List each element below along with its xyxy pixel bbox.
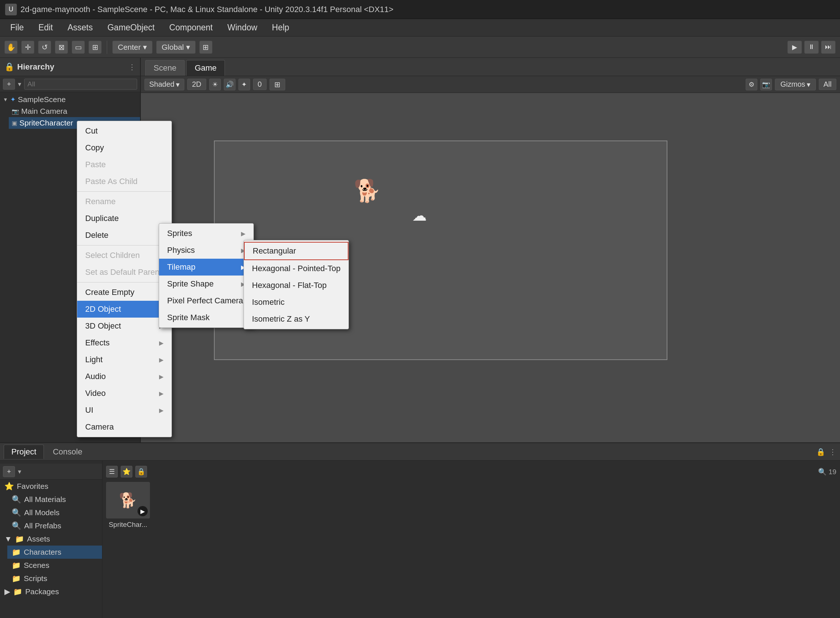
all-layers-btn[interactable]: All	[819, 79, 836, 90]
menu-help[interactable]: Help	[265, 21, 296, 35]
tab-console[interactable]: Console	[45, 445, 90, 459]
submenu-sprites[interactable]: Sprites ▶	[159, 225, 253, 242]
layers-btn[interactable]: 0	[253, 79, 267, 90]
hierarchy-search-input[interactable]	[24, 79, 137, 90]
view-toggle-icon[interactable]: ☰	[106, 466, 118, 477]
hierarchy-main-camera-label: Main Camera	[21, 107, 67, 116]
hand-tool[interactable]: ✋	[4, 41, 18, 54]
hierarchy-sample-scene[interactable]: ▼ ✦ SampleScene	[0, 94, 140, 105]
scene-tab-scene[interactable]: Scene	[145, 60, 185, 76]
project-main: ☰ ⭐ 🔒 🔍 19 🐕 ▶ SpriteChar...	[102, 461, 840, 618]
ctx-create-empty[interactable]: Create Empty	[77, 284, 172, 301]
ctx-delete[interactable]: Delete	[77, 227, 172, 244]
more-icon-bottom[interactable]: ⋮	[829, 447, 836, 456]
scale-tool[interactable]: ⊠	[55, 41, 68, 54]
scene-right-toolbar: ⚙ 📷 Gizmos ▾ All	[746, 79, 836, 91]
grid-btn[interactable]: ⊞	[270, 79, 285, 91]
hierarchy-header-icons: ⋮	[128, 62, 136, 71]
ctx-cut[interactable]: Cut	[77, 123, 172, 140]
menu-window[interactable]: Window	[221, 21, 264, 35]
folder-arrow-packages: ▶	[4, 587, 10, 596]
favorite-icon[interactable]: ⭐	[121, 466, 132, 477]
tilemap-isometric[interactable]: Isometric	[244, 294, 348, 310]
scene-tabs: Scene Game	[141, 58, 840, 76]
hierarchy-title: Hierarchy	[17, 62, 55, 72]
ctx-sep-2	[77, 245, 172, 245]
ctx-light[interactable]: Light ▶	[77, 351, 172, 368]
rotate-tool[interactable]: ↺	[38, 41, 51, 54]
cloud-sprite: ☁	[412, 207, 427, 224]
center-toggle[interactable]: Center ▾	[112, 41, 153, 54]
grid-toggle[interactable]: ⊞	[199, 41, 212, 54]
ctx-duplicate[interactable]: Duplicate	[77, 210, 172, 227]
hierarchy-add-btn[interactable]: +	[3, 79, 15, 90]
scene-icon: ✦	[10, 95, 16, 104]
folder-icon-assets: ▼	[4, 535, 12, 543]
favorites-folder[interactable]: ⭐ Favorites	[0, 480, 102, 493]
pause-button[interactable]: ⏸	[804, 41, 819, 54]
ctx-3d-object[interactable]: 3D Object ▶	[77, 318, 172, 334]
packages-folder[interactable]: ▶ 📁 Packages	[0, 585, 102, 598]
hexagonal-pointed-label: Hexagonal - Pointed-Top	[252, 264, 341, 273]
menu-gameobject[interactable]: GameObject	[101, 21, 161, 35]
ctx-effects[interactable]: Effects ▶	[77, 334, 172, 351]
tilemap-isometric-z[interactable]: Isometric Z as Y	[244, 310, 348, 327]
audio-icon[interactable]: 🔊	[224, 79, 236, 91]
asset-grid: 🐕 ▶ SpriteChar...	[106, 482, 836, 529]
hierarchy-lock-icon[interactable]: 🔒	[4, 62, 14, 72]
2d-mode-btn[interactable]: 2D	[187, 79, 206, 90]
tilemap-hexagonal-pointed[interactable]: Hexagonal - Pointed-Top	[244, 260, 348, 277]
menu-component[interactable]: Component	[163, 21, 219, 35]
lock-icon-project[interactable]: 🔒	[135, 466, 147, 477]
ctx-video[interactable]: Video ▶	[77, 385, 172, 402]
hierarchy-more-icon[interactable]: ⋮	[128, 62, 136, 71]
submenu-tilemap[interactable]: Tilemap ▶	[159, 259, 253, 276]
submenu-physics[interactable]: Physics ▶	[159, 242, 253, 259]
shading-mode-btn[interactable]: Shaded ▾	[144, 79, 184, 91]
hierarchy-main-camera[interactable]: 📷 Main Camera	[9, 105, 140, 117]
rect-tool[interactable]: ▭	[72, 41, 85, 54]
ctx-audio[interactable]: Audio ▶	[77, 368, 172, 385]
scene-camera-icon[interactable]: 📷	[760, 79, 772, 91]
submenu-arrow-video: ▶	[159, 390, 163, 397]
tab-project[interactable]: Project	[4, 444, 44, 459]
ctx-2d-object[interactable]: 2D Object ▶	[77, 301, 172, 318]
fx-icon[interactable]: ✦	[239, 79, 250, 91]
ctx-copy[interactable]: Copy	[77, 140, 172, 156]
transform-tool[interactable]: ⊞	[89, 41, 102, 54]
tilemap-rectangular[interactable]: Rectangular	[244, 242, 348, 260]
folder-icon-packages: 📁	[13, 587, 22, 596]
scripts-folder[interactable]: 📁 Scripts	[7, 572, 102, 585]
ctx-camera[interactable]: Camera	[77, 419, 172, 435]
submenu-arrow-sprites: ▶	[241, 230, 245, 237]
lock-icon-bottom[interactable]: 🔒	[816, 447, 825, 456]
assets-folder[interactable]: ▼ 📁 Assets	[0, 532, 102, 545]
submenu-sprite-mask[interactable]: Sprite Mask	[159, 309, 253, 326]
submenu-pixel-perfect-camera[interactable]: Pixel Perfect Camera	[159, 292, 253, 309]
sprite-shape-label: Sprite Shape	[167, 279, 213, 289]
all-materials-item[interactable]: 🔍 All Materials	[7, 493, 102, 506]
menu-edit[interactable]: Edit	[32, 21, 59, 35]
menu-assets[interactable]: Assets	[61, 21, 99, 35]
scenes-folder[interactable]: 📁 Scenes	[7, 559, 102, 572]
submenu-sprite-shape[interactable]: Sprite Shape ▶	[159, 276, 253, 292]
scene-more-icon[interactable]: ⚙	[746, 79, 757, 91]
menu-file[interactable]: File	[4, 21, 30, 35]
project-add-btn[interactable]: +	[3, 466, 15, 477]
global-toggle[interactable]: Global ▾	[156, 41, 196, 54]
scene-toolbar: Shaded ▾ 2D ☀ 🔊 ✦ 0 ⊞ ⚙ 📷	[141, 76, 840, 93]
shading-mode-label: Shaded	[149, 80, 175, 89]
tilemap-hexagonal-flat[interactable]: Hexagonal - Flat-Top	[244, 277, 348, 294]
play-button[interactable]: ▶	[787, 41, 802, 54]
all-prefabs-item[interactable]: 🔍 All Prefabs	[7, 519, 102, 532]
scene-tab-game[interactable]: Game	[186, 60, 225, 76]
step-button[interactable]: ⏭	[821, 41, 836, 54]
folder-icon-characters: 📁	[12, 548, 21, 557]
gizmos-btn[interactable]: Gizmos ▾	[775, 79, 816, 91]
characters-folder[interactable]: 📁 Characters	[7, 545, 102, 559]
lighting-icon[interactable]: ☀	[209, 79, 221, 91]
ctx-ui[interactable]: UI ▶	[77, 402, 172, 419]
all-models-item[interactable]: 🔍 All Models	[7, 506, 102, 519]
move-tool[interactable]: ✛	[21, 41, 34, 54]
asset-spritecharacter[interactable]: 🐕 ▶ SpriteChar...	[106, 482, 150, 529]
